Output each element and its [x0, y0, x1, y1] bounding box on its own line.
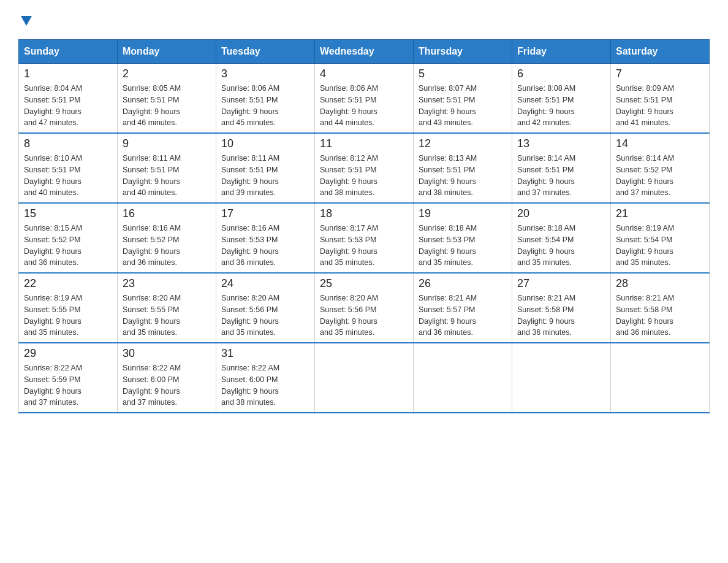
daylight-minutes: and 46 minutes. [123, 118, 177, 127]
daylight-label: Daylight: 9 hours [320, 107, 377, 116]
daylight-minutes: and 36 minutes. [24, 258, 78, 267]
sunset-label: Sunset: 5:51 PM [517, 166, 574, 174]
calendar-cell: 31 Sunrise: 8:22 AM Sunset: 6:00 PM Dayl… [216, 343, 315, 413]
sunset-label: Sunset: 5:51 PM [419, 96, 475, 104]
sunset-label: Sunset: 5:52 PM [123, 236, 179, 244]
daylight-label: Daylight: 9 hours [419, 107, 476, 116]
sunset-label: Sunset: 5:58 PM [616, 305, 672, 314]
calendar-cell: 24 Sunrise: 8:20 AM Sunset: 5:56 PM Dayl… [216, 273, 315, 343]
day-number: 13 [517, 137, 605, 150]
calendar-cell: 10 Sunrise: 8:11 AM Sunset: 5:51 PM Dayl… [216, 133, 315, 203]
calendar-cell: 20 Sunrise: 8:18 AM Sunset: 5:54 PM Dayl… [512, 203, 611, 273]
day-info: Sunrise: 8:11 AM Sunset: 5:51 PM Dayligh… [123, 153, 211, 199]
calendar-cell: 15 Sunrise: 8:15 AM Sunset: 5:52 PM Dayl… [19, 203, 118, 273]
day-number: 12 [419, 137, 507, 150]
day-info: Sunrise: 8:20 AM Sunset: 5:56 PM Dayligh… [221, 293, 309, 339]
sunset-label: Sunset: 6:00 PM [221, 375, 278, 384]
day-info: Sunrise: 8:09 AM Sunset: 5:51 PM Dayligh… [616, 83, 704, 129]
sunrise-label: Sunrise: 8:15 AM [24, 224, 82, 232]
sunrise-label: Sunrise: 8:04 AM [24, 84, 82, 93]
day-number: 25 [320, 277, 408, 290]
sunset-label: Sunset: 5:55 PM [24, 305, 80, 314]
sunrise-label: Sunrise: 8:11 AM [221, 154, 279, 163]
daylight-minutes: and 41 minutes. [616, 118, 670, 127]
sunset-label: Sunset: 5:51 PM [123, 96, 179, 104]
day-info: Sunrise: 8:22 AM Sunset: 5:59 PM Dayligh… [24, 362, 112, 408]
day-number: 16 [123, 207, 211, 220]
calendar-cell: 29 Sunrise: 8:22 AM Sunset: 5:59 PM Dayl… [19, 343, 118, 413]
calendar-cell: 13 Sunrise: 8:14 AM Sunset: 5:51 PM Dayl… [512, 133, 611, 203]
sunrise-label: Sunrise: 8:11 AM [123, 154, 181, 163]
sunset-label: Sunset: 5:54 PM [616, 236, 672, 244]
day-number: 4 [320, 67, 408, 80]
daylight-label: Daylight: 9 hours [221, 317, 279, 326]
daylight-minutes: and 37 minutes. [517, 188, 572, 197]
day-number: 1 [24, 67, 112, 80]
sunrise-label: Sunrise: 8:16 AM [123, 224, 181, 232]
daylight-minutes: and 36 minutes. [517, 328, 572, 337]
daylight-label: Daylight: 9 hours [616, 177, 673, 186]
day-info: Sunrise: 8:06 AM Sunset: 5:51 PM Dayligh… [320, 83, 408, 129]
sunset-label: Sunset: 5:58 PM [517, 305, 574, 314]
sunset-label: Sunset: 5:51 PM [616, 96, 672, 104]
day-info: Sunrise: 8:15 AM Sunset: 5:52 PM Dayligh… [24, 223, 112, 269]
calendar-cell: 18 Sunrise: 8:17 AM Sunset: 5:53 PM Dayl… [315, 203, 414, 273]
calendar-cell: 5 Sunrise: 8:07 AM Sunset: 5:51 PM Dayli… [414, 64, 512, 134]
day-info: Sunrise: 8:11 AM Sunset: 5:51 PM Dayligh… [221, 153, 309, 199]
daylight-minutes: and 38 minutes. [419, 188, 473, 197]
day-info: Sunrise: 8:17 AM Sunset: 5:53 PM Dayligh… [320, 223, 408, 269]
calendar-cell: 19 Sunrise: 8:18 AM Sunset: 5:53 PM Dayl… [414, 203, 512, 273]
weekday-header-sunday: Sunday [19, 40, 118, 64]
calendar-cell: 28 Sunrise: 8:21 AM Sunset: 5:58 PM Dayl… [611, 273, 710, 343]
logo-triangle-icon [21, 16, 32, 28]
logo [18, 12, 32, 28]
calendar-cell: 17 Sunrise: 8:16 AM Sunset: 5:53 PM Dayl… [216, 203, 315, 273]
calendar-cell [512, 343, 611, 413]
sunrise-label: Sunrise: 8:09 AM [616, 84, 674, 93]
sunrise-label: Sunrise: 8:17 AM [320, 224, 378, 232]
day-info: Sunrise: 8:13 AM Sunset: 5:51 PM Dayligh… [419, 153, 507, 199]
sunrise-label: Sunrise: 8:13 AM [419, 154, 477, 163]
weekday-header-monday: Monday [118, 40, 216, 64]
day-number: 27 [517, 277, 605, 290]
day-number: 15 [24, 207, 112, 220]
calendar-week-row: 15 Sunrise: 8:15 AM Sunset: 5:52 PM Dayl… [19, 203, 710, 273]
daylight-label: Daylight: 9 hours [123, 247, 180, 256]
daylight-minutes: and 43 minutes. [419, 118, 473, 127]
daylight-label: Daylight: 9 hours [221, 177, 279, 186]
day-info: Sunrise: 8:14 AM Sunset: 5:52 PM Dayligh… [616, 153, 704, 199]
sunset-label: Sunset: 5:57 PM [419, 305, 475, 314]
sunrise-label: Sunrise: 8:14 AM [517, 154, 575, 163]
daylight-label: Daylight: 9 hours [24, 317, 82, 326]
daylight-label: Daylight: 9 hours [24, 387, 82, 396]
calendar-body: 1 Sunrise: 8:04 AM Sunset: 5:51 PM Dayli… [19, 64, 710, 413]
weekday-header-saturday: Saturday [611, 40, 710, 64]
day-number: 19 [419, 207, 507, 220]
sunset-label: Sunset: 5:59 PM [24, 375, 80, 384]
calendar-cell: 6 Sunrise: 8:08 AM Sunset: 5:51 PM Dayli… [512, 64, 611, 134]
calendar-cell: 23 Sunrise: 8:20 AM Sunset: 5:55 PM Dayl… [118, 273, 216, 343]
day-info: Sunrise: 8:21 AM Sunset: 5:58 PM Dayligh… [616, 293, 704, 339]
sunset-label: Sunset: 5:51 PM [419, 166, 475, 174]
daylight-minutes: and 45 minutes. [221, 118, 276, 127]
day-number: 17 [221, 207, 309, 220]
sunrise-label: Sunrise: 8:21 AM [616, 294, 674, 302]
sunrise-label: Sunrise: 8:14 AM [616, 154, 674, 163]
weekday-header-row: SundayMondayTuesdayWednesdayThursdayFrid… [19, 40, 710, 64]
daylight-minutes: and 36 minutes. [123, 258, 177, 267]
daylight-label: Daylight: 9 hours [616, 247, 673, 256]
calendar-cell: 21 Sunrise: 8:19 AM Sunset: 5:54 PM Dayl… [611, 203, 710, 273]
day-info: Sunrise: 8:07 AM Sunset: 5:51 PM Dayligh… [419, 83, 507, 129]
calendar-cell: 7 Sunrise: 8:09 AM Sunset: 5:51 PM Dayli… [611, 64, 710, 134]
sunrise-label: Sunrise: 8:16 AM [221, 224, 279, 232]
sunset-label: Sunset: 5:52 PM [616, 166, 672, 174]
day-info: Sunrise: 8:06 AM Sunset: 5:51 PM Dayligh… [221, 83, 309, 129]
day-number: 2 [123, 67, 211, 80]
day-info: Sunrise: 8:08 AM Sunset: 5:51 PM Dayligh… [517, 83, 605, 129]
daylight-label: Daylight: 9 hours [419, 247, 476, 256]
daylight-minutes: and 42 minutes. [517, 118, 572, 127]
daylight-label: Daylight: 9 hours [123, 177, 180, 186]
sunrise-label: Sunrise: 8:12 AM [320, 154, 378, 163]
sunrise-label: Sunrise: 8:06 AM [320, 84, 378, 93]
daylight-label: Daylight: 9 hours [24, 177, 82, 186]
